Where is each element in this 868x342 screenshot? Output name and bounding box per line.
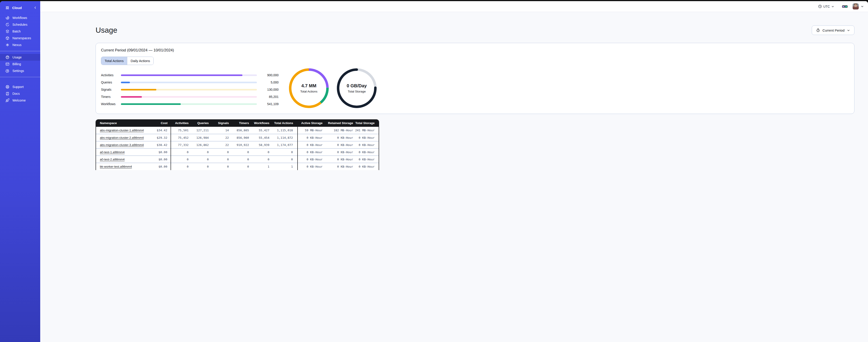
bar-fill xyxy=(121,96,142,98)
sidebar-item-label: Namespaces xyxy=(12,36,31,40)
tab-total-actions[interactable]: Total Actions xyxy=(101,57,127,65)
retained-storage-cell: 0 KB-Hour xyxy=(324,134,355,141)
support-icon xyxy=(5,85,9,89)
table-row: abs-migration-cluster-3.a98mm4 $38.42 77… xyxy=(96,141,379,148)
table-row: bk-worker-test.a98mm4 $0.00 0 0 0 0 1 1 … xyxy=(96,163,379,170)
sidebar-item-label: Workflows xyxy=(12,16,27,20)
sidebar-item-usage[interactable]: Usage xyxy=(0,54,40,61)
activities-cell: 75,501 xyxy=(171,127,192,134)
total-actions-cell: 1,114,872 xyxy=(272,134,298,141)
nexus-icon xyxy=(5,43,9,47)
sidebar-item-docs[interactable]: Docs xyxy=(0,90,40,97)
sidebar-item-label: Usage xyxy=(12,56,22,59)
namespace-link[interactable]: abs-migration-cluster-2.a98mm4 xyxy=(100,136,144,139)
namespace-link[interactable]: abs-migration-cluster-1.a98mm4 xyxy=(100,129,144,132)
sidebar-item-label: Support xyxy=(12,85,24,89)
cost-cell: $34.42 xyxy=(150,127,170,134)
sidebar-item-welcome[interactable]: Welcome xyxy=(0,97,40,104)
sidebar-item-label: Batch xyxy=(12,30,21,33)
namespace-cell: abs-migration-cluster-3.a98mm4 xyxy=(96,141,150,148)
queries-cell: 0 xyxy=(192,148,212,156)
sidebar-item-namespaces[interactable]: Namespaces xyxy=(0,35,40,41)
bar-label: Signals xyxy=(101,88,121,91)
sidebar-item-billing[interactable]: Billing xyxy=(0,61,40,67)
top-bar: UTC xyxy=(40,1,434,12)
signals-cell: 0 xyxy=(212,156,232,163)
table-header-row: Namespace Cost Activities Queries Signal… xyxy=(96,119,379,127)
total-storage-cell: 0 KB-Hour xyxy=(355,134,379,141)
table-row: a0-test-1.a98mm4 $0.00 0 0 0 0 0 0 0 KB-… xyxy=(96,148,379,156)
sidebar-item-settings[interactable]: Settings xyxy=(0,67,40,74)
total-storage-cell: 0 KB-Hour xyxy=(355,141,379,148)
signals-cell: 0 xyxy=(212,148,232,156)
active-storage-cell: 0 KB-Hour xyxy=(298,141,324,148)
queries-cell: 126,862 xyxy=(192,141,212,148)
workflows-cell: 58,939 xyxy=(252,141,272,148)
total-actions-cell: 1 xyxy=(272,163,298,170)
schedules-icon xyxy=(5,23,9,27)
active-storage-cell: 0 KB-Hour xyxy=(298,148,324,156)
bar-row-queries: Queries 5,000 xyxy=(101,79,279,86)
donut-value: 0 GB/Day xyxy=(347,83,367,89)
sidebar-item-support[interactable]: Support xyxy=(0,83,40,90)
timers-cell: 0 xyxy=(232,148,252,156)
retained-storage-cell: 0 KB-Hour xyxy=(324,141,355,148)
usage-summary-card: Current Period (09/01/2024 — 10/01/2024)… xyxy=(96,43,434,114)
workflows-icon xyxy=(5,16,9,20)
table-row: a0-test-2.a98mm4 $0.00 0 0 0 0 0 0 0 KB-… xyxy=(96,156,379,163)
queries-cell: 0 xyxy=(192,156,212,163)
billing-icon xyxy=(5,62,9,66)
sidebar-item-workflows[interactable]: Workflows xyxy=(0,14,40,21)
sidebar-item-batch[interactable]: Batch xyxy=(0,28,40,35)
sidebar-item-schedules[interactable]: Schedules xyxy=(0,21,40,28)
total-storage-cell: 241 MB-Hour xyxy=(355,127,379,134)
column-header-total-storage: Total Storage xyxy=(355,119,379,127)
donut-label: Total Storage xyxy=(348,90,366,93)
main-area: UTC Usage xyxy=(40,1,434,171)
retained-storage-cell: 182 MB-Hour xyxy=(324,127,355,134)
namespaces-icon xyxy=(5,36,9,40)
retained-storage-cell: 0 KB-Hour xyxy=(324,163,355,170)
brand-label: Cloud xyxy=(12,6,33,10)
namespace-link[interactable]: abs-migration-cluster-3.a98mm4 xyxy=(100,143,144,147)
tab-daily-actions[interactable]: Daily Actions xyxy=(127,57,153,65)
actions-bar-chart: Activities 900,000 Queries 5,000 Signals xyxy=(101,71,279,108)
timers-cell: 0 xyxy=(232,156,252,163)
bar-row-workflows: Workflows 541,109 xyxy=(101,100,279,108)
sidebar-item-label: Docs xyxy=(12,92,20,95)
namespace-link[interactable]: bk-worker-test.a98mm4 xyxy=(100,165,132,168)
bar-fill xyxy=(121,89,156,91)
bar-track xyxy=(121,103,257,105)
workflows-cell: 0 xyxy=(252,148,272,156)
signals-cell: 22 xyxy=(212,141,232,148)
column-header-workflows: Workflows xyxy=(252,119,272,127)
sidebar-item-label: Schedules xyxy=(12,23,27,26)
timers-cell: 0 xyxy=(232,163,252,170)
column-header-total-actions: Total Actions xyxy=(272,119,298,127)
namespace-cell: bk-worker-test.a98mm4 xyxy=(96,163,150,170)
collapse-sidebar-icon[interactable] xyxy=(33,6,37,9)
namespace-link[interactable]: a0-test-2.a98mm4 xyxy=(100,158,125,161)
bar-fill xyxy=(121,74,242,76)
activities-cell: 75,452 xyxy=(171,134,192,141)
total-actions-donut-chart: 4.7 MM Total Actions xyxy=(289,68,329,108)
active-storage-cell: 59 MB-Hour xyxy=(298,127,324,134)
settings-icon xyxy=(5,69,9,73)
usage-icon xyxy=(5,55,9,59)
namespace-cell: a0-test-1.a98mm4 xyxy=(96,148,150,156)
bar-fill xyxy=(121,103,181,105)
namespace-link[interactable]: a0-test-1.a98mm4 xyxy=(100,150,125,154)
namespace-usage-table: Namespace Cost Activities Queries Signal… xyxy=(96,119,379,170)
page-title: Usage xyxy=(96,26,117,35)
sidebar-item-nexus[interactable]: Nexus xyxy=(0,41,40,48)
timers-cell: 856,865 xyxy=(232,127,252,134)
activities-cell: 0 xyxy=(171,156,192,163)
app-window: Cloud Workflows Schedules xyxy=(0,1,434,171)
signals-cell: 22 xyxy=(212,134,232,141)
bar-track xyxy=(121,89,257,91)
bar-value: 130,000 xyxy=(257,88,279,91)
queries-cell: 0 xyxy=(192,163,212,170)
total-actions-cell: 1,115,018 xyxy=(272,127,298,134)
sidebar-item-label: Settings xyxy=(12,69,24,73)
queries-cell: 126,984 xyxy=(192,134,212,141)
